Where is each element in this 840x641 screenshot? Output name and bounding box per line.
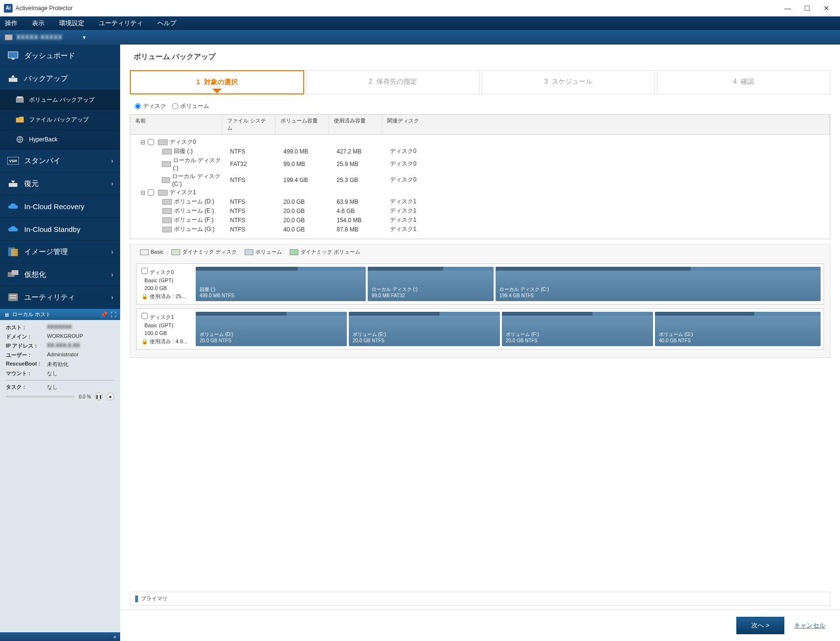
table-row[interactable]: ローカル ディスク (C:)NTFS199.4 GB25.3 GBディスク0 — [130, 172, 830, 188]
sidebar-collapse[interactable]: « — [0, 632, 120, 641]
pin-icon[interactable]: 📌 — [100, 311, 108, 318]
volume-segment[interactable]: ボリューム (G:)40.0 GB NTFS — [655, 312, 821, 346]
sidebar-item-utility[interactable]: ユーティリティ › — [0, 286, 120, 309]
section-title: ローカル ホスト — [12, 311, 51, 318]
volume-segment[interactable]: ローカル ディスク (C:)199.4 GB NTFS — [496, 267, 821, 301]
stop-button[interactable]: ■ — [107, 393, 114, 400]
table-row[interactable]: ボリューム (G:)NTFS40.0 GB87.8 MBディスク1 — [130, 225, 830, 234]
svg-rect-1 — [12, 59, 15, 60]
sidebar-item-image-mgmt[interactable]: イメージ管理 › — [0, 241, 120, 263]
tree-toggle[interactable]: ⊟ — [140, 139, 146, 146]
virt-icon — [7, 270, 19, 279]
volume-segment[interactable]: ボリューム (D:)20.0 GB NTFS — [196, 312, 347, 346]
disk-block: ディスク0 Basic (GPT) 200.0 GB🔒 使用済み : 25...… — [136, 263, 824, 305]
next-button[interactable]: 次へ > — [736, 617, 784, 634]
step-1-target[interactable]: 1 対象の選択 — [130, 70, 304, 94]
step-3-schedule[interactable]: 3 スケジュール — [482, 70, 655, 94]
row-checkbox[interactable] — [148, 139, 154, 145]
row-cap: 99.0 MB — [280, 161, 334, 168]
th-disk[interactable]: 関連ディスク — [382, 115, 830, 134]
th-cap[interactable]: ボリューム容量 — [276, 115, 329, 134]
minimize-button[interactable]: — — [778, 1, 797, 15]
disk-checkbox[interactable] — [141, 268, 148, 274]
table-row[interactable]: ローカル ディスク (:)FAT3299.0 MB25.9 MBディスク0 — [130, 156, 830, 172]
menu-utility[interactable]: ユーティリティ — [99, 19, 143, 28]
row-cap: 20.0 GB — [280, 208, 334, 214]
chevron-right-icon: › — [111, 293, 113, 301]
table-row[interactable]: ボリューム (D:)NTFS20.0 GB63.9 MBディスク1 — [130, 197, 830, 206]
row-used: 87.8 MB — [334, 226, 387, 233]
sidebar-item-volume-backup[interactable]: ボリューム バックアップ — [0, 90, 120, 110]
drive-icon — [162, 149, 172, 154]
task-progress-text: 0.0 % — [78, 394, 91, 399]
expand-icon[interactable]: ⛶ — [110, 311, 116, 318]
svg-text:VSR: VSR — [9, 159, 17, 163]
sidebar-item-incloud-standby[interactable]: In-Cloud Standby — [0, 218, 120, 241]
svg-rect-12 — [12, 270, 18, 275]
menu-operation[interactable]: 操作 — [5, 19, 17, 28]
volume-icon — [245, 249, 253, 255]
row-checkbox[interactable] — [148, 189, 154, 196]
drive-icon — [158, 190, 168, 196]
tree-toggle[interactable]: ⊟ — [140, 189, 146, 196]
radio-volume[interactable]: ボリューム — [172, 102, 209, 110]
menubar: 操作 表示 環境設定 ユーティリティ ヘルプ — [0, 16, 840, 30]
sidebar-item-file-backup[interactable]: ファイル バックアップ — [0, 110, 120, 130]
sidebar-item-restore[interactable]: 復元 › — [0, 172, 120, 195]
info-ip-value: XX.XXX.X.XX — [47, 342, 114, 350]
sidebar-item-incloud-recovery[interactable]: In-Cloud Recovery — [0, 195, 120, 218]
sidebar-item-backup[interactable]: バックアップ — [0, 67, 120, 90]
sidebar-item-label: イメージ管理 — [24, 247, 68, 257]
th-fs[interactable]: ファイル システム — [222, 115, 276, 134]
disk-info: ディスク0 Basic (GPT) 200.0 GB🔒 使用済み : 25... — [140, 267, 193, 301]
table-row[interactable]: ボリューム (E:)NTFS20.0 GB4.6 GBディスク1 — [130, 206, 830, 215]
volume-segment[interactable]: ボリューム (F:)20.0 GB NTFS — [502, 312, 653, 346]
radio-disk[interactable]: ディスク — [135, 102, 166, 110]
cancel-button[interactable]: キャンセル — [794, 621, 825, 630]
sidebar-item-label: ファイル バックアップ — [29, 116, 89, 124]
drive-icon — [162, 199, 172, 205]
row-cap: 20.0 GB — [280, 198, 334, 205]
sidebar-item-dashboard[interactable]: ダッシュボード — [0, 45, 120, 67]
step-4-confirm[interactable]: 4 確認 — [657, 70, 830, 94]
row-used: 154.0 MB — [334, 217, 387, 224]
mode-options: ディスク ボリューム — [120, 94, 840, 114]
th-used[interactable]: 使用済み容量 — [329, 115, 382, 134]
disk-info: ディスク1 Basic (GPT) 100.0 GB🔒 使用済み : 4.9..… — [140, 312, 193, 346]
table-row[interactable]: ⊟ディスク1 — [130, 188, 830, 197]
volume-segment[interactable]: 回復 (:)499.0 MB NTFS — [196, 267, 366, 301]
table-row[interactable]: ⊟ディスク0 — [130, 137, 830, 147]
sidebar: ダッシュボード バックアップ ボリューム バックアップ ファイル バックアップ … — [0, 45, 120, 641]
volume-segment[interactable]: ボリューム (E:)20.0 GB NTFS — [349, 312, 500, 346]
info-rescue-value: 未有効化 — [47, 361, 114, 368]
host-info-panel: ホスト :XXXXXXX ドメイン :WORKGROUP IP アドレス :XX… — [0, 320, 120, 632]
th-name[interactable]: 名前 — [130, 115, 222, 134]
host-selector[interactable]: XXXXX-XXXXX ▼ — [0, 30, 840, 45]
menu-settings[interactable]: 環境設定 — [59, 19, 84, 28]
page-title: ボリューム バックアップ — [120, 45, 840, 66]
sidebar-item-label: 復元 — [24, 179, 39, 188]
step-2-destination[interactable]: 2 保存先の指定 — [306, 70, 480, 94]
close-button[interactable]: ✕ — [817, 1, 836, 15]
dynamic-volume-icon — [290, 249, 298, 255]
row-fs: NTFS — [227, 217, 280, 224]
svg-rect-2 — [9, 78, 17, 82]
row-disk: ディスク1 — [387, 225, 825, 233]
host-name: XXXXX-XXXXX — [16, 34, 62, 41]
pause-button[interactable]: ❚❚ — [95, 393, 103, 400]
disk-map-panel: ディスク0 Basic (GPT) 200.0 GB🔒 使用済み : 25...… — [130, 259, 830, 358]
table-row[interactable]: 回復 (:)NTFS499.0 MB427.2 MBディスク0 — [130, 147, 830, 156]
menu-view[interactable]: 表示 — [32, 19, 45, 28]
menu-help[interactable]: ヘルプ — [157, 19, 176, 28]
sidebar-item-hyperback[interactable]: HyperBack — [0, 130, 120, 150]
sidebar-item-virtualization[interactable]: 仮想化 › — [0, 263, 120, 286]
row-disk: ディスク0 — [387, 160, 825, 168]
table-row[interactable]: ボリューム (F:)NTFS20.0 GB154.0 MBディスク1 — [130, 215, 830, 225]
maximize-button[interactable]: ☐ — [797, 1, 817, 15]
row-name: ディスク1 — [170, 188, 196, 197]
disk-checkbox[interactable] — [141, 313, 148, 319]
info-user-value: Administrator — [47, 351, 114, 359]
volume-segment[interactable]: ローカル ディスク (:)99.0 MB FAT32 — [368, 267, 494, 301]
sidebar-item-standby[interactable]: VSR スタンバイ › — [0, 150, 120, 172]
row-fs: NTFS — [227, 226, 280, 233]
